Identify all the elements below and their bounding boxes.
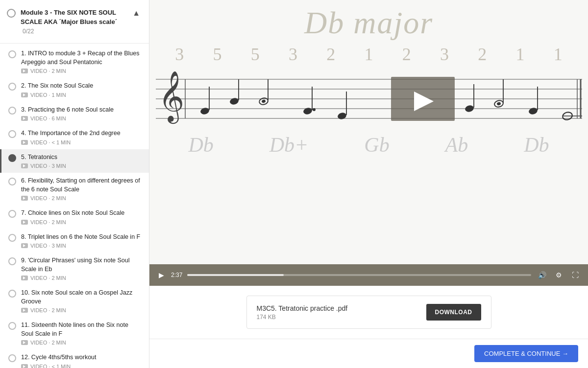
lesson-title-8: 8. Triplet lines on 6 the Note Soul Scal…: [21, 233, 142, 242]
notation-number-10: 1: [554, 44, 563, 65]
lesson-content-11: 11. Sixteenth Note lines on the Six note…: [21, 321, 142, 345]
lesson-content-6: 6. Flexibility, Starting on different de…: [21, 177, 142, 201]
module-header: Module 3 - The SIX NOTE SOUL SCALE AKA ´…: [0, 0, 149, 44]
lesson-item-8[interactable]: 8. Triplet lines on 6 the Note Soul Scal…: [0, 229, 149, 253]
lesson-circle-7: [8, 210, 16, 218]
video-icon-7: [21, 220, 28, 225]
lesson-item-1[interactable]: 1. INTRO to module 3 + Recap of the Blue…: [0, 46, 149, 78]
download-button[interactable]: DOWNLOAD: [426, 304, 481, 321]
lesson-content-5: 5. Tetratonics VIDEO · 3 MIN: [21, 153, 142, 169]
lesson-circle-4: [8, 130, 16, 138]
video-icon-3: [21, 116, 28, 121]
lesson-circle-2: [8, 83, 16, 91]
complete-continue-button[interactable]: COMPLETE & CONTINUE →: [474, 345, 578, 362]
lesson-content-4: 4. The Importance of the 2nd degree VIDE…: [21, 129, 142, 145]
lesson-meta-text-2: VIDEO · 1 MIN: [30, 92, 66, 98]
lesson-item-5[interactable]: 5. Tetratonics VIDEO · 3 MIN: [0, 149, 149, 173]
chord-name-4: Db: [524, 133, 549, 157]
lesson-circle-1: [8, 50, 16, 58]
svg-text:𝄞: 𝄞: [158, 71, 184, 124]
video-icon-8: [21, 243, 28, 248]
notation-number-4: 2: [326, 44, 335, 65]
lesson-meta-8: VIDEO · 3 MIN: [21, 243, 142, 249]
video-icon-11: [21, 340, 28, 345]
lesson-item-11[interactable]: 11. Sixteenth Note lines on the Six note…: [0, 317, 149, 349]
time-display: 2:37: [171, 272, 182, 278]
lesson-content-7: 7. Choice lines on Six note Soul Scale V…: [21, 209, 142, 225]
lesson-circle-8: [8, 234, 16, 242]
video-icon-1: [21, 69, 28, 73]
play-pause-button[interactable]: ▶: [156, 271, 166, 279]
lesson-list: 1. INTRO to module 3 + Recap of the Blue…: [0, 44, 149, 368]
notation-number-8: 2: [478, 44, 487, 65]
video-icon-12: [21, 364, 28, 368]
svg-point-21: [464, 104, 474, 113]
lesson-meta-text-5: VIDEO · 3 MIN: [30, 163, 66, 169]
lesson-meta-text-1: VIDEO · 2 MIN: [30, 68, 66, 74]
lesson-title-4: 4. The Importance of the 2nd degree: [21, 129, 142, 138]
lesson-title-7: 7. Choice lines on Six note Soul Scale: [21, 209, 142, 218]
lesson-meta-text-8: VIDEO · 3 MIN: [30, 243, 66, 249]
notation-number-1: 5: [213, 44, 221, 65]
lesson-item-7[interactable]: 7. Choice lines on Six note Soul Scale V…: [0, 205, 149, 229]
lesson-item-2[interactable]: 2. The Six note Soul Scale VIDEO · 1 MIN: [0, 78, 149, 102]
lesson-meta-5: VIDEO · 3 MIN: [21, 163, 142, 169]
video-icon-2: [21, 92, 28, 97]
module-collapse-button[interactable]: ▲: [130, 9, 142, 18]
fullscreen-button[interactable]: ⛶: [569, 271, 581, 279]
lesson-item-3[interactable]: 3. Practicing the 6 note Soul scale VIDE…: [0, 102, 149, 126]
lesson-circle-5: [8, 154, 16, 162]
lesson-item-9[interactable]: 9. 'Circular Phrases' using Six note Sou…: [0, 253, 149, 285]
chord-name-1: Db+: [270, 133, 309, 157]
lesson-item-12[interactable]: 12. Cycle 4ths/5ths workout VIDEO · < 1 …: [0, 349, 149, 368]
progress-bar[interactable]: [187, 274, 531, 276]
notation-number-9: 1: [516, 44, 525, 65]
lesson-meta-text-12: VIDEO · < 1 MIN: [30, 364, 71, 368]
download-info: M3C5. Tetratonic practice .pdf 174 KB: [257, 304, 348, 321]
chord-name-0: Db: [188, 133, 213, 157]
lesson-meta-text-7: VIDEO · 2 MIN: [30, 219, 66, 225]
lesson-meta-12: VIDEO · < 1 MIN: [21, 364, 142, 368]
download-section: M3C5. Tetratonic practice .pdf 174 KB DO…: [149, 286, 588, 339]
lesson-item-4[interactable]: 4. The Importance of the 2nd degree VIDE…: [0, 125, 149, 149]
lesson-title-5: 5. Tetratonics: [21, 153, 142, 162]
video-icon-6: [21, 196, 28, 201]
lesson-content-10: 10. Six note Soul scale on a Gospel Jazz…: [21, 289, 142, 313]
video-icon-10: [21, 308, 28, 313]
lesson-meta-text-3: VIDEO · 6 MIN: [30, 115, 66, 121]
svg-point-24: [496, 102, 501, 106]
lesson-meta-text-10: VIDEO · 2 MIN: [30, 307, 66, 313]
module-title: Module 3 - The SIX NOTE SOUL SCALE AKA ´…: [21, 9, 117, 25]
video-icon-4: [21, 140, 28, 145]
progress-fill: [187, 274, 283, 276]
svg-point-12: [261, 99, 266, 103]
staff-svg: 𝄞: [156, 65, 582, 128]
notation-number-5: 1: [364, 44, 373, 65]
lesson-content-3: 3. Practicing the 6 note Soul scale VIDE…: [21, 106, 142, 122]
sheet-music-display: Db major 35532123211 𝄞: [149, 0, 588, 264]
lesson-circle-10: [8, 290, 16, 298]
lesson-meta-11: VIDEO · 2 MIN: [21, 340, 142, 345]
volume-button[interactable]: 🔊: [536, 271, 548, 279]
lesson-item-6[interactable]: 6. Flexibility, Starting on different de…: [0, 173, 149, 205]
lesson-meta-1: VIDEO · 2 MIN: [21, 68, 142, 74]
svg-point-9: [229, 97, 239, 105]
chord-name-2: Gb: [364, 133, 389, 157]
lesson-title-10: 10. Six note Soul scale on a Gospel Jazz…: [21, 289, 142, 306]
lesson-meta-text-11: VIDEO · 2 MIN: [30, 340, 66, 345]
lesson-circle-3: [8, 107, 16, 115]
lesson-circle-9: [8, 257, 16, 265]
chord-names: DbDb+GbAbDb: [156, 133, 582, 157]
lesson-meta-4: VIDEO · < 1 MIN: [21, 139, 142, 145]
lesson-title-11: 11. Sixteenth Note lines on the Six note…: [21, 321, 142, 338]
lesson-item-10[interactable]: 10. Six note Soul scale on a Gospel Jazz…: [0, 285, 149, 317]
svg-point-7: [199, 107, 210, 115]
lesson-title-12: 12. Cycle 4ths/5ths workout: [21, 353, 142, 362]
settings-button[interactable]: ⚙: [553, 271, 564, 279]
lesson-content-8: 8. Triplet lines on 6 the Note Soul Scal…: [21, 233, 142, 249]
lesson-title-9: 9. 'Circular Phrases' using Six note Sou…: [21, 256, 142, 274]
lesson-circle-12: [8, 354, 16, 362]
notation-number-0: 3: [175, 44, 184, 65]
download-card: M3C5. Tetratonic practice .pdf 174 KB DO…: [246, 296, 491, 329]
lesson-content-2: 2. The Six note Soul Scale VIDEO · 1 MIN: [21, 82, 142, 98]
